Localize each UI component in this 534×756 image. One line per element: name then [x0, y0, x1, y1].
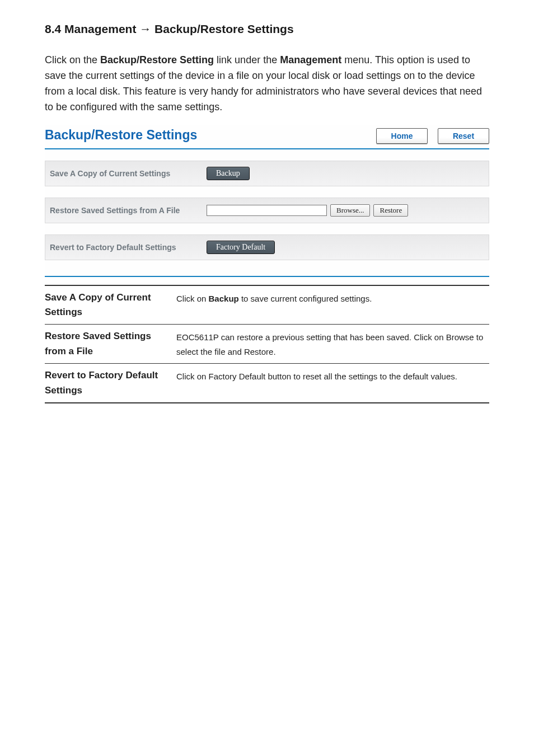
def-text: to save current configured settings. — [239, 294, 372, 303]
intro-bold-management: Management — [280, 54, 341, 65]
intro-bold-backup: Backup/Restore Setting — [100, 54, 214, 65]
term-factory-default: Revert to Factory Default Settings — [45, 364, 176, 403]
row-save-label: Save A Copy of Current Settings — [50, 169, 207, 178]
row-revert-label: Revert to Factory Default Settings — [50, 243, 207, 252]
panel-bottom-rule — [45, 276, 489, 277]
backup-button[interactable]: Backup — [207, 167, 250, 180]
backup-restore-panel: Backup/Restore Settings Home Reset Save … — [45, 125, 489, 277]
table-row: Save A Copy of Current Settings Click on… — [45, 285, 489, 325]
row-restore-label: Restore Saved Settings from A File — [50, 206, 207, 215]
panel-header-buttons: Home Reset — [376, 128, 489, 144]
row-restore-from-file: Restore Saved Settings from A File Brows… — [45, 198, 489, 223]
table-row: Revert to Factory Default Settings Click… — [45, 364, 489, 403]
row-factory-default: Revert to Factory Default Settings Facto… — [45, 234, 489, 260]
intro-paragraph: Click on the Backup/Restore Setting link… — [45, 53, 489, 115]
panel-title: Backup/Restore Settings — [45, 125, 197, 147]
file-path-input[interactable] — [207, 205, 327, 216]
panel-header: Backup/Restore Settings Home Reset — [45, 125, 489, 149]
reset-button[interactable]: Reset — [438, 128, 489, 144]
section-heading: 8.4 Management → Backup/Restore Settings — [45, 22, 489, 36]
def-restore-file: EOC5611P can restore a previous setting … — [176, 325, 489, 364]
home-button[interactable]: Home — [376, 128, 428, 144]
term-save-copy: Save A Copy of Current Settings — [45, 285, 176, 325]
term-restore-file: Restore Saved Settings from a File — [45, 325, 176, 364]
browse-button[interactable]: Browse... — [330, 204, 370, 217]
intro-text: link under the — [214, 54, 280, 65]
description-table: Save A Copy of Current Settings Click on… — [45, 285, 489, 403]
intro-text: Click on the — [45, 54, 100, 65]
def-text: Click on — [176, 294, 209, 303]
def-bold-backup: Backup — [209, 294, 239, 303]
factory-default-button[interactable]: Factory Default — [207, 241, 275, 254]
def-factory-default: Click on Factory Default button to reset… — [176, 364, 489, 403]
table-row: Restore Saved Settings from a File EOC56… — [45, 325, 489, 364]
row-save-copy: Save A Copy of Current Settings Backup — [45, 161, 489, 186]
restore-button[interactable]: Restore — [373, 204, 408, 217]
def-save-copy: Click on Backup to save current configur… — [176, 285, 489, 325]
